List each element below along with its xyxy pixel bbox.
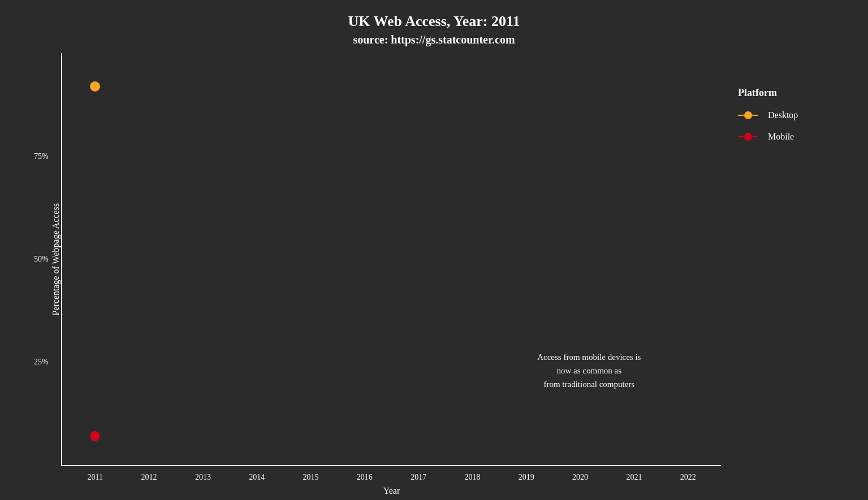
annotation-text: Access from mobile devices isnow as comm… xyxy=(510,350,668,391)
legend-title: Platform xyxy=(738,87,834,99)
x-tick: 2020 xyxy=(572,473,588,482)
x-tick: 2019 xyxy=(519,473,534,482)
legend-item-mobile: Mobile xyxy=(738,132,834,142)
x-tick: 2021 xyxy=(626,473,642,482)
x-tick: 2022 xyxy=(680,473,696,482)
x-tick: 2016 xyxy=(357,473,373,482)
legend: Platform Desktop Mobile xyxy=(721,53,834,466)
plot-and-legend: Access from mobile devices isnow as comm… xyxy=(61,53,834,466)
y-tick: 50% xyxy=(34,255,49,264)
legend-dot-mobile xyxy=(744,133,752,141)
x-tick: 2014 xyxy=(249,473,265,482)
x-tick: 2018 xyxy=(464,473,480,482)
legend-line-desktop xyxy=(738,115,758,116)
legend-label-desktop: Desktop xyxy=(768,110,798,120)
x-tick: 2015 xyxy=(303,473,319,482)
legend-label-mobile: Mobile xyxy=(768,132,794,142)
data-point-mobile-2011 xyxy=(90,431,100,441)
x-tick: 2012 xyxy=(141,473,157,482)
legend-item-desktop: Desktop xyxy=(738,110,834,120)
x-tick: 2017 xyxy=(411,473,426,482)
chart-main-title: UK Web Access, Year: 2011 xyxy=(348,11,520,32)
plot-area: Access from mobile devices isnow as comm… xyxy=(61,53,721,466)
x-tick: 2011 xyxy=(88,473,103,482)
x-tick: 2013 xyxy=(195,473,211,482)
chart-sub-title: source: https://gs.statcounter.com xyxy=(348,32,520,47)
legend-line-mobile xyxy=(738,136,758,137)
y-tick: 75% xyxy=(34,152,49,161)
chart-title: UK Web Access, Year: 2011 source: https:… xyxy=(348,11,520,47)
chart-container: UK Web Access, Year: 2011 source: https:… xyxy=(0,0,868,500)
chart-area: Percentage of Webpage Access Access from… xyxy=(0,47,868,500)
legend-dot-desktop xyxy=(744,111,752,119)
x-axis-label: Year xyxy=(383,486,400,496)
data-point-desktop-2011 xyxy=(90,81,100,92)
y-tick: 25% xyxy=(34,358,49,367)
